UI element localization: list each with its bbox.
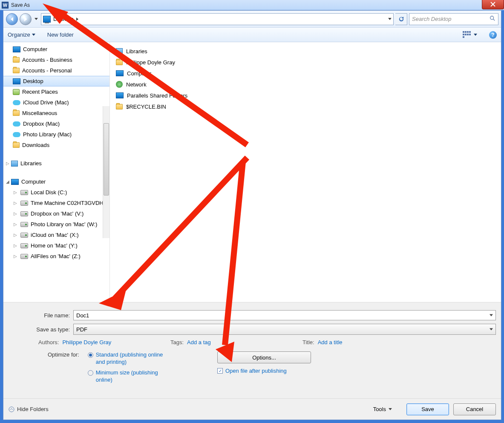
drive-label: iCloud on 'Mac' (X:) — [31, 232, 79, 238]
back-button[interactable] — [6, 13, 18, 25]
tree-item-label: Desktop — [23, 78, 43, 84]
close-icon — [490, 2, 495, 7]
cloud-icon — [13, 100, 20, 105]
tags-label: Tags: — [170, 339, 184, 345]
tree-drive[interactable]: ▷Home on 'Mac' (Y:) — [3, 240, 109, 251]
save-form: File name: Doc1 Save as type: PDF Author… — [3, 302, 501, 410]
nav-row: Desktop Search Desktop — [3, 11, 501, 28]
address-bar[interactable]: Desktop — [41, 13, 394, 25]
tools-label: Tools — [373, 406, 386, 412]
libraries-icon — [11, 161, 18, 167]
new-folder-button[interactable]: New folder — [47, 32, 74, 38]
tools-dropdown[interactable]: Tools — [373, 406, 392, 412]
svg-marker-3 — [24, 17, 27, 21]
expand-icon[interactable]: ▷ — [13, 201, 18, 205]
computer-icon — [13, 46, 20, 52]
tree-drive[interactable]: ▷Local Disk (C:) — [3, 187, 109, 198]
save-as-dialog: Desktop Search Desktop Organize New fold… — [3, 10, 501, 420]
address-dropdown[interactable] — [388, 18, 392, 20]
cloud-icon — [13, 121, 20, 127]
organize-label: Organize — [8, 32, 30, 38]
title-value[interactable]: Add a title — [318, 339, 343, 345]
expand-icon[interactable]: ▷ — [5, 161, 10, 166]
expand-icon[interactable]: ▷ — [13, 222, 18, 227]
filename-dropdown[interactable] — [490, 314, 493, 317]
tree-item-icloud-drive-mac-[interactable]: iCloud Drive (Mac) — [3, 97, 109, 108]
tree-item-accounts-personal[interactable]: Accounts - Personal — [3, 65, 109, 76]
tree-item-label: Dropbox (Mac) — [23, 121, 60, 127]
type-label: Save as type: — [9, 326, 73, 333]
tree-item-photo-library-mac-[interactable]: Photo Library (Mac) — [3, 129, 109, 140]
expand-icon[interactable]: ▷ — [13, 211, 18, 216]
tree-item-miscellaneous[interactable]: Miscellaneous — [3, 108, 109, 118]
expand-icon[interactable]: ▷ — [13, 254, 18, 259]
file-item[interactable]: Parallels Shared Folders — [116, 90, 495, 101]
folder-icon — [13, 57, 20, 63]
tags-value[interactable]: Add a tag — [187, 339, 211, 345]
tree-item-dropbox-mac-[interactable]: Dropbox (Mac) — [3, 118, 109, 129]
forward-button[interactable] — [20, 13, 32, 25]
tree-item-label: iCloud Drive (Mac) — [23, 99, 69, 106]
authors-value[interactable]: Philippe Doyle Gray — [62, 339, 111, 345]
tree-item-downloads[interactable]: Downloads — [3, 140, 109, 150]
refresh-button[interactable] — [395, 13, 407, 25]
navigation-tree[interactable]: ComputerAccounts - BusinessAccounts - Pe… — [3, 42, 110, 302]
file-item[interactable]: Philippe Doyle Gray — [116, 57, 495, 68]
cancel-button[interactable]: Cancel — [453, 403, 496, 415]
nav-history-dropdown[interactable] — [33, 13, 39, 25]
tree-item-accounts-business[interactable]: Accounts - Business — [3, 55, 109, 65]
help-icon-label: ? — [491, 32, 494, 38]
tree-drive[interactable]: ▷Dropbox on 'Mac' (V:) — [3, 208, 109, 219]
organize-button[interactable]: Organize — [8, 32, 35, 38]
tree-item-label: Recent Places — [22, 89, 58, 95]
tree-item-computer[interactable]: Computer — [3, 44, 109, 55]
toolbar: Organize New folder ? — [3, 28, 501, 42]
optimize-minimum-radio[interactable] — [88, 370, 93, 376]
expand-icon[interactable]: ▷ — [13, 190, 18, 195]
tree-libraries[interactable]: ▷ Libraries — [3, 158, 109, 169]
drive-icon — [20, 190, 28, 195]
tree-drive[interactable]: ▷iCloud on 'Mac' (X:) — [3, 230, 109, 240]
svg-line-5 — [493, 19, 495, 21]
open-after-label[interactable]: Open file after publishing — [225, 368, 287, 374]
file-item[interactable]: Network — [116, 79, 495, 90]
save-button[interactable]: Save — [406, 403, 449, 415]
file-list[interactable]: LibrariesPhilippe Doyle GrayComputerNetw… — [110, 42, 501, 302]
filename-value: Doc1 — [76, 312, 89, 319]
file-item[interactable]: Computer — [116, 68, 495, 79]
drive-label: AllFiles on 'Mac' (Z:) — [31, 253, 81, 259]
filename-input[interactable]: Doc1 — [73, 310, 496, 320]
view-button[interactable] — [463, 31, 477, 39]
hide-folders-button[interactable]: Hide Folders — [9, 406, 49, 412]
tree-computer[interactable]: ◢ Computer — [3, 176, 109, 187]
libraries-label: Libraries — [20, 160, 42, 167]
svg-point-4 — [490, 16, 494, 20]
tree-drive[interactable]: ▷Photo Library on 'Mac' (W:) — [3, 219, 109, 230]
optimize-standard-radio[interactable] — [88, 352, 93, 358]
tree-item-recent-places[interactable]: Recent Places — [3, 86, 109, 97]
open-after-checkbox[interactable]: ✓ — [217, 368, 223, 374]
type-dropdown[interactable] — [490, 328, 493, 331]
search-input[interactable]: Search Desktop — [409, 13, 498, 25]
sidebar-scrollbar[interactable] — [103, 106, 109, 238]
close-button[interactable] — [482, 0, 504, 9]
expand-icon[interactable]: ▷ — [13, 233, 18, 237]
window-title: Save As — [11, 2, 30, 8]
expand-icon[interactable]: ▷ — [13, 243, 18, 248]
tree-drive[interactable]: ▷Time Machine C02HT3GVDH — [3, 198, 109, 208]
forward-arrow-icon — [23, 17, 28, 22]
options-button[interactable]: Options... — [217, 351, 311, 363]
help-button[interactable]: ? — [489, 31, 497, 39]
file-item[interactable]: Libraries — [116, 46, 495, 57]
file-item[interactable]: $RECYCLE.BIN — [116, 101, 495, 112]
optimize-minimum-label[interactable]: Minimum size (publishing online) — [96, 369, 173, 384]
collapse-icon[interactable]: ◢ — [5, 179, 10, 184]
scrollbar-thumb[interactable] — [104, 123, 109, 196]
save-button-label: Save — [421, 406, 434, 412]
tree-item-desktop[interactable]: Desktop — [3, 76, 109, 86]
filename-label: File name: — [9, 312, 73, 319]
tree-drive[interactable]: ▷AllFiles on 'Mac' (Z:) — [3, 251, 109, 262]
type-combo[interactable]: PDF — [73, 324, 496, 335]
file-label: Libraries — [126, 48, 147, 55]
optimize-standard-label[interactable]: Standard (publishing online and printing… — [96, 351, 173, 366]
